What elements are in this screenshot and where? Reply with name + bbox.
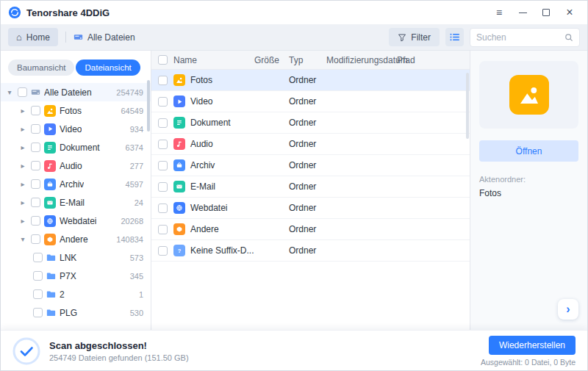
row-checkbox[interactable]: [158, 203, 168, 213]
table-row-archiv[interactable]: Archiv Ordner: [151, 155, 470, 176]
checkbox[interactable]: [31, 216, 40, 226]
row-name: Dokument: [190, 118, 231, 128]
tab-dateiansicht[interactable]: Dateiansicht: [76, 60, 140, 76]
row-checkbox[interactable]: [158, 97, 168, 107]
table-row-andere[interactable]: Andere Ordner: [151, 219, 470, 240]
checkbox[interactable]: [31, 106, 40, 115]
file-table: Name Größe Typ Modifizierungsdatum Pfad …: [151, 51, 470, 330]
row-checkbox[interactable]: [158, 182, 168, 192]
menu-icon[interactable]: ≡: [489, 4, 509, 21]
video-icon: [173, 96, 185, 107]
photo-preview-icon: [509, 75, 549, 115]
checkbox[interactable]: [33, 253, 43, 262]
checkbox[interactable]: [31, 143, 40, 152]
video-icon: [44, 123, 56, 135]
scan-status-subtitle: 254749 Dateien gefunden (151.50 GB): [49, 353, 189, 362]
caret-right-icon[interactable]: ▸: [18, 107, 27, 115]
select-all-checkbox[interactable]: [158, 55, 168, 65]
checkbox[interactable]: [31, 234, 40, 244]
tree-item-email[interactable]: ▸ E-Mail 24: [1, 193, 151, 212]
tree-item-webdatei[interactable]: ▸ Webdatei 20268: [1, 212, 151, 230]
caret-right-icon[interactable]: ▸: [18, 143, 27, 151]
next-page-button[interactable]: ›: [558, 299, 578, 320]
tree-label: P7X: [60, 271, 76, 281]
filter-button[interactable]: Filter: [389, 28, 440, 46]
other-icon: [44, 234, 56, 245]
caret-right-icon[interactable]: ▸: [18, 217, 27, 225]
tree-item-fotos[interactable]: ▸ Fotos 64549: [1, 101, 151, 120]
archive-icon: [173, 159, 185, 171]
tree-item-dokument[interactable]: ▸ Dokument 6374: [1, 138, 151, 156]
caret-right-icon[interactable]: ▸: [18, 125, 27, 133]
tree-label: Webdatei: [60, 216, 96, 226]
tree-label: Video: [60, 124, 82, 134]
header-modified[interactable]: Modifizierungsdatum: [326, 55, 397, 65]
row-checkbox[interactable]: [158, 225, 168, 234]
tree-item-andere[interactable]: ▾ Andere 140834: [1, 230, 151, 248]
table-scrollbar[interactable]: [466, 73, 469, 139]
row-name: Andere: [190, 224, 219, 234]
archive-icon: [44, 179, 56, 190]
header-name[interactable]: Name: [173, 55, 254, 65]
search-input[interactable]: [476, 32, 560, 43]
header-path[interactable]: Pfad: [397, 55, 470, 65]
checkbox[interactable]: [31, 198, 40, 207]
sidebar: Baumansicht Dateiansicht ▾ Alle Dateien …: [1, 51, 151, 330]
table-row-keine-suffix[interactable]: ? Keine Suffix-D... Ordner: [151, 240, 470, 262]
checkbox[interactable]: [33, 308, 43, 317]
recover-button[interactable]: Wiederherstellen: [489, 336, 576, 355]
folder-icon: [46, 253, 56, 262]
row-checkbox[interactable]: [158, 246, 168, 256]
caret-right-icon[interactable]: ▸: [18, 162, 27, 170]
close-icon[interactable]: ×: [559, 4, 580, 21]
table-row-email[interactable]: E-Mail Ordner: [151, 176, 470, 198]
unknown-icon: ?: [173, 245, 185, 256]
caret-right-icon[interactable]: ▸: [18, 198, 27, 206]
tree-item-audio[interactable]: ▸ Audio 277: [1, 156, 151, 175]
home-button[interactable]: ⌂ Home: [8, 28, 58, 46]
table-row-fotos[interactable]: Fotos Ordner: [151, 70, 470, 91]
checkbox[interactable]: [33, 289, 43, 299]
breadcrumb[interactable]: Alle Dateien: [74, 32, 135, 43]
folder-meta-value: Fotos: [479, 188, 578, 198]
row-name: Archiv: [190, 160, 215, 170]
tab-baumansicht[interactable]: Baumansicht: [8, 60, 74, 76]
drive-icon: [31, 88, 40, 96]
maximize-icon[interactable]: [536, 4, 556, 21]
table-row-dokument[interactable]: Dokument Ordner: [151, 112, 470, 134]
tree-item-2[interactable]: 2 1: [1, 285, 151, 303]
tree-item-p7x[interactable]: P7X 345: [1, 267, 151, 285]
checkbox[interactable]: [18, 87, 27, 97]
row-checkbox[interactable]: [158, 161, 168, 170]
table-row-webdatei[interactable]: Webdatei Ordner: [151, 198, 470, 219]
minimize-icon[interactable]: [512, 4, 533, 21]
row-type: Ordner: [289, 245, 326, 256]
folder-icon: [46, 272, 56, 280]
checkbox[interactable]: [31, 124, 40, 134]
tree-count: 24: [135, 198, 143, 207]
checkbox[interactable]: [33, 271, 43, 281]
row-checkbox[interactable]: [158, 118, 168, 128]
row-type: Ordner: [289, 139, 326, 149]
table-row-video[interactable]: Video Ordner: [151, 91, 470, 112]
header-size[interactable]: Größe: [254, 55, 289, 65]
checkbox[interactable]: [31, 179, 40, 189]
tree-item-archiv[interactable]: ▸ Archiv 4597: [1, 175, 151, 193]
header-type[interactable]: Typ: [289, 55, 326, 65]
caret-down-icon[interactable]: ▾: [5, 88, 14, 96]
caret-right-icon[interactable]: ▸: [18, 180, 27, 188]
caret-down-icon[interactable]: ▾: [18, 235, 27, 243]
tree-item-video[interactable]: ▸ Video 934: [1, 120, 151, 138]
list-view-button[interactable]: [445, 28, 464, 46]
tree-item-lnk[interactable]: LNK 573: [1, 248, 151, 267]
tree-item-plg[interactable]: PLG 530: [1, 303, 151, 322]
search-icon[interactable]: [564, 33, 573, 42]
row-checkbox[interactable]: [158, 76, 168, 85]
tree-item-alle-dateien[interactable]: ▾ Alle Dateien 254749: [1, 83, 151, 101]
table-row-audio[interactable]: Audio Ordner: [151, 134, 470, 155]
checkbox[interactable]: [31, 161, 40, 170]
scan-complete-check-icon: [12, 337, 40, 365]
sidebar-scrollbar[interactable]: [147, 80, 150, 132]
open-button[interactable]: Öffnen: [479, 140, 578, 162]
row-checkbox[interactable]: [158, 140, 168, 149]
